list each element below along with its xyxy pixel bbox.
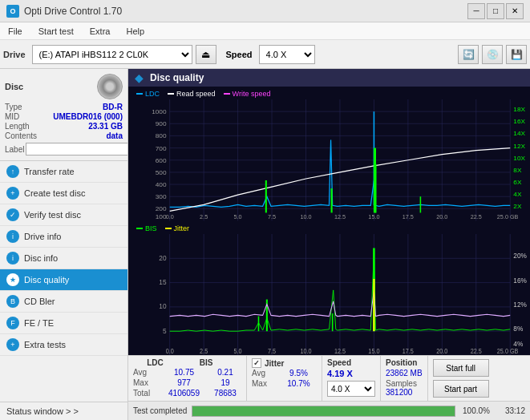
svg-text:8%: 8%: [513, 324, 523, 333]
app-title: Opti Drive Control 1.70: [24, 6, 122, 17]
svg-text:7.5: 7.5: [268, 215, 276, 221]
app-icon: O: [6, 5, 19, 18]
nav-disc-info-label: Disc info: [24, 253, 58, 263]
nav-cd-bler[interactable]: B CD Bler: [0, 291, 127, 313]
transfer-rate-icon: ↑: [6, 165, 19, 178]
nav-cd-bler-label: CD Bler: [24, 297, 55, 306]
svg-text:2X: 2X: [513, 203, 522, 210]
menu-start-test[interactable]: Start test: [30, 25, 82, 38]
top-chart-body: 1000 900 800 700 600 500 400 300 200 100…: [130, 99, 528, 221]
nav-disc-info[interactable]: i Disc info: [0, 248, 127, 269]
speed-header-label: Speed: [327, 358, 375, 367]
nav-extra-tests[interactable]: + Extra tests: [0, 334, 127, 356]
status-window-label: Status window > >: [6, 406, 79, 416]
drive-info-icon: i: [6, 230, 19, 243]
close-button[interactable]: ✕: [506, 3, 524, 19]
disc-contents-label: Contents: [5, 131, 37, 140]
legend-ldc: LDC: [136, 90, 160, 98]
svg-text:12.5: 12.5: [334, 347, 346, 355]
speed-select[interactable]: 4.0 X: [259, 45, 315, 64]
cd-bler-icon: B: [6, 295, 19, 308]
start-part-button[interactable]: Start part: [433, 380, 489, 398]
svg-text:400: 400: [156, 181, 167, 188]
svg-text:200: 200: [156, 205, 167, 212]
ldc-avg: 10.75: [162, 368, 206, 377]
disc-contents-row: Contents data: [5, 131, 123, 140]
maximize-button[interactable]: □: [487, 3, 504, 19]
jitter-avg-label: Avg: [252, 369, 277, 378]
speed-value-row: 4.19 X: [327, 369, 375, 378]
svg-text:6X: 6X: [513, 179, 522, 186]
speed-label: Speed: [226, 50, 253, 59]
jitter-header-row: ✓ Jitter: [252, 358, 317, 368]
disc-length-label: Length: [5, 122, 30, 131]
samples-value: 381200: [386, 388, 423, 397]
svg-text:15: 15: [159, 277, 166, 286]
top-chart-container: LDC Read speed Write speed: [130, 88, 528, 221]
menu-file[interactable]: File: [0, 25, 30, 38]
bottom-chart-container: BIS Jitter: [130, 223, 528, 356]
svg-text:15.0: 15.0: [368, 215, 379, 221]
nav-fe-te-label: FE / TE: [24, 318, 54, 328]
nav-disc-quality[interactable]: ★ Disc quality: [0, 269, 127, 291]
window-controls: ─ □ ✕: [467, 3, 524, 19]
progress-time: 33:12: [497, 406, 525, 415]
svg-text:10: 10: [159, 301, 166, 310]
toolbar-btn-3[interactable]: 💾: [506, 45, 527, 64]
nav-verify-test-disc-label: Verify test disc: [24, 210, 81, 220]
position-section: Position 23862 MB Samples 381200: [381, 356, 428, 401]
legend-bis-dot: [136, 228, 143, 229]
nav-drive-info-label: Drive info: [24, 232, 61, 241]
svg-text:8X: 8X: [513, 167, 522, 174]
nav-fe-te[interactable]: F FE / TE: [0, 313, 127, 334]
svg-text:20.0: 20.0: [436, 215, 447, 221]
jitter-header-label: Jitter: [265, 359, 284, 368]
max-label: Max: [133, 378, 159, 387]
disc-label-label: Label: [5, 145, 24, 154]
minimize-button[interactable]: ─: [467, 3, 485, 19]
menubar: File Start test Extra Help: [0, 22, 530, 40]
nav-drive-info[interactable]: i Drive info: [0, 226, 127, 248]
nav-verify-test-disc[interactable]: ✓ Verify test disc: [0, 204, 127, 226]
legend-jitter-dot: [165, 228, 172, 229]
legend-read-speed: Read speed: [168, 90, 216, 98]
progress-bar-container: [192, 406, 455, 417]
speed-dropdown[interactable]: 4.0 X: [327, 381, 375, 397]
svg-text:12.5: 12.5: [334, 215, 346, 221]
svg-text:25.0 GB: 25.0 GB: [497, 347, 519, 355]
toolbar-btn-1[interactable]: 🔄: [458, 45, 479, 64]
disc-header-text: Disc: [5, 82, 23, 91]
menu-extra[interactable]: Extra: [82, 25, 119, 38]
max-row: Max 977 19: [133, 378, 241, 387]
bottom-chart-body: 20 15 10 5 20% 16% 12% 8% 4% 0.0 2.5 5.0: [130, 234, 528, 356]
position-value: 23862 MB: [386, 369, 423, 378]
svg-text:20%: 20%: [513, 251, 527, 260]
nav-create-test-disc[interactable]: + Create test disc: [0, 183, 127, 204]
legend-write-speed-label: Write speed: [233, 90, 271, 98]
ldc-max: 977: [162, 378, 206, 387]
disc-quality-icon: ★: [6, 273, 19, 286]
toolbar-btn-2[interactable]: 💿: [482, 45, 503, 64]
drive-select[interactable]: (E:) ATAPI iHBS112 2 CL0K: [32, 45, 192, 64]
svg-text:12%: 12%: [513, 300, 527, 309]
position-header-label: Position: [386, 358, 423, 367]
disc-type-label: Type: [5, 103, 22, 111]
svg-text:4%: 4%: [513, 339, 523, 348]
svg-text:5: 5: [163, 326, 167, 335]
svg-text:14X: 14X: [513, 131, 525, 138]
menu-help[interactable]: Help: [118, 25, 152, 38]
legend-jitter-label: Jitter: [174, 224, 190, 232]
jitter-checkbox[interactable]: ✓: [252, 358, 261, 368]
eject-button[interactable]: ⏏: [196, 45, 216, 64]
nav-transfer-rate[interactable]: ↑ Transfer rate: [0, 161, 127, 183]
svg-text:600: 600: [156, 157, 167, 164]
svg-text:300: 300: [156, 193, 167, 200]
start-full-button[interactable]: Start full: [433, 359, 489, 377]
stats-bar: LDC BIS Avg 10.75 0.21 Max 977 19 Total …: [128, 355, 530, 401]
ldc-bis-headers: LDC BIS: [133, 358, 241, 367]
status-window[interactable]: Status window > >: [0, 402, 127, 420]
disc-label-input[interactable]: [26, 143, 128, 155]
legend-read-speed-dot: [168, 93, 174, 95]
ldc-header: LDC: [133, 358, 177, 367]
svg-text:20: 20: [159, 253, 166, 262]
